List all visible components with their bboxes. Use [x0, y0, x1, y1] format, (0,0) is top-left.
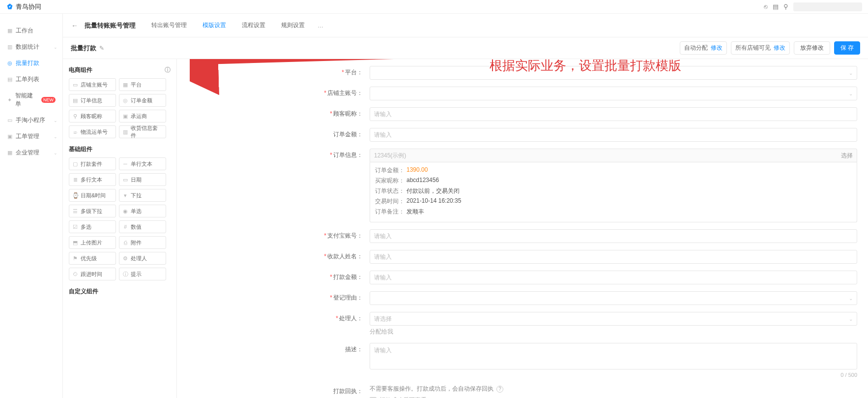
form-canvas: 根据实际业务，设置批量打款模版 *平台：⌄ *店铺主账号：⌄ *顾客昵称： 订单…: [177, 59, 868, 398]
pay-amount-input[interactable]: [370, 271, 857, 284]
order-info-select[interactable]: 选择: [841, 152, 853, 160]
component-icon: ⌚: [72, 192, 78, 199]
user-menu[interactable]: [793, 2, 862, 11]
chart-icon: ▥: [7, 44, 13, 50]
receipt-note: 不需要客服操作。打款成功后，会自动保存回执?: [370, 385, 857, 393]
palette-item[interactable]: ⚲顾客昵称: [69, 110, 116, 122]
desc-textarea[interactable]: [370, 343, 857, 369]
palette-item-label: 单行文本: [131, 160, 152, 168]
sidebar-item-stats[interactable]: ▥数据统计⌄: [0, 39, 62, 55]
palette-item[interactable]: ◉单选: [119, 205, 166, 217]
palette-item[interactable]: ☰多级下拉: [69, 205, 116, 217]
tab-more[interactable]: …: [315, 22, 326, 29]
palette-item[interactable]: ⓘ提示: [119, 268, 166, 280]
edit-title-icon[interactable]: ✎: [99, 45, 104, 52]
payee-input[interactable]: [370, 250, 857, 264]
svg-line-0: [204, 59, 480, 61]
sidebar-label: 工单列表: [16, 75, 39, 84]
palette-item[interactable]: ⚙处理人: [119, 252, 166, 265]
shop-account-select[interactable]: ⌄: [370, 87, 857, 100]
sidebar-item-ticket-mgmt[interactable]: ▣工单管理⌄: [0, 128, 62, 145]
tool-row: 批量打款 ✎ 自动分配 修改 所有店铺可见 修改 放弃修改 保 存: [63, 37, 868, 59]
sidebar-item-enterprise[interactable]: ▦企业管理⌄: [0, 145, 62, 161]
visibility-pill: 所有店铺可见 修改: [731, 41, 790, 55]
palette-item[interactable]: ⎄物流运单号: [69, 125, 116, 138]
discard-button[interactable]: 放弃修改: [794, 41, 830, 55]
tab-template[interactable]: 模版设置: [197, 21, 232, 30]
handler-select[interactable]: 请选择⌄: [370, 312, 857, 326]
palette-item[interactable]: ▣承运商: [119, 110, 166, 122]
component-icon: ▾: [122, 192, 128, 199]
component-palette: 电商组件ⓘ ▭店铺主账号▦平台▤订单信息◎订单金额⚲顾客昵称▣承运商⎄物流运单号…: [63, 59, 177, 398]
palette-item[interactable]: ≣多行文本: [69, 173, 116, 186]
palette-item[interactable]: ▾下拉: [119, 189, 166, 202]
palette-item-label: 顾客昵称: [81, 113, 102, 120]
component-icon: ─: [122, 161, 128, 167]
sidebar-item-smart-ticket[interactable]: ✦智能建单NEW: [0, 88, 62, 112]
palette-item-label: 上传图片: [81, 239, 102, 246]
handler-helper[interactable]: 分配给我: [370, 328, 857, 336]
palette-item[interactable]: ─单行文本: [119, 157, 166, 170]
list-icon: ▤: [7, 77, 13, 83]
palette-item-label: 处理人: [131, 255, 147, 262]
palette-item[interactable]: ⌚日期&时间: [69, 189, 116, 202]
component-icon: ⬒: [72, 240, 78, 246]
order-amount-input[interactable]: [370, 128, 857, 142]
palette-item[interactable]: ⚑优先级: [69, 252, 116, 265]
palette-item[interactable]: ⬒上传图片: [69, 236, 116, 249]
sidebar-label: 手淘小程序: [16, 116, 45, 124]
sidebar-label: 工单管理: [16, 132, 39, 141]
headset-icon[interactable]: ⎋: [764, 3, 768, 10]
note-icon[interactable]: ▤: [773, 3, 779, 10]
palette-item[interactable]: ▭店铺主账号: [69, 78, 116, 91]
palette-item[interactable]: ▦平台: [119, 78, 166, 91]
chevron-down-icon: ⌄: [54, 45, 58, 50]
sidebar-label: 批量打款: [16, 59, 39, 67]
palette-item[interactable]: ▢打款套件: [69, 157, 116, 170]
info-icon[interactable]: ⓘ: [165, 66, 171, 74]
palette-item-label: 多行文本: [81, 176, 102, 184]
label-order-amount: 订单金额：: [333, 131, 363, 138]
palette-item[interactable]: ▭日期: [119, 173, 166, 186]
order-info-sample: 12345(示例): [374, 152, 406, 160]
component-icon: ⏲: [72, 271, 78, 277]
sidebar-label: 数据统计: [16, 43, 39, 51]
order-info-widget: 12345(示例)选择 订单金额：1390.00 买家昵称：abcd123456…: [370, 149, 857, 222]
help-icon[interactable]: ?: [496, 386, 503, 393]
palette-item[interactable]: ◎订单金额: [119, 94, 166, 107]
palette-section-custom: 自定义组件: [69, 287, 98, 296]
save-button[interactable]: 保 存: [834, 41, 860, 55]
palette-item[interactable]: #数值: [119, 220, 166, 233]
sidebar-item-miniapp[interactable]: ▭手淘小程序⌄: [0, 112, 62, 128]
sidebar-item-tickets[interactable]: ▤工单列表: [0, 71, 62, 88]
palette-item[interactable]: ⏲跟进时间: [69, 268, 116, 280]
label-platform: 平台：: [345, 69, 363, 76]
tab-process[interactable]: 流程设置: [236, 21, 271, 30]
chevron-down-icon: ⌄: [54, 134, 58, 139]
palette-item[interactable]: ☑多选: [69, 220, 116, 233]
palette-item[interactable]: ▥收货信息套件: [119, 125, 166, 138]
palette-item-label: 数值: [131, 223, 142, 231]
chevron-down-icon: ⌄: [54, 118, 58, 123]
sidebar-item-workbench[interactable]: ▦工作台: [0, 23, 62, 39]
label-handler: 处理人：: [339, 315, 363, 322]
nickname-input[interactable]: [370, 107, 857, 121]
back-icon[interactable]: ←: [69, 22, 81, 30]
palette-item[interactable]: ⎙附件: [119, 236, 166, 249]
auto-assign-edit[interactable]: 修改: [711, 44, 723, 52]
tab-transfer-account[interactable]: 转出账号管理: [145, 21, 193, 30]
reason-select[interactable]: ⌄: [370, 291, 857, 305]
chevron-down-icon: ⌄: [849, 91, 853, 96]
od-key-status: 订单状态：: [375, 187, 406, 195]
sidebar-item-batch-pay[interactable]: ◎批量打款: [0, 55, 62, 71]
user-icon[interactable]: ⚲: [783, 3, 788, 10]
visibility-edit[interactable]: 修改: [774, 44, 785, 52]
palette-item[interactable]: ▤订单信息: [69, 94, 116, 107]
tab-rule[interactable]: 规则设置: [275, 21, 311, 30]
component-icon: ☰: [72, 208, 78, 214]
app-logo: 青鸟协同: [6, 2, 41, 11]
platform-select[interactable]: ⌄: [370, 66, 857, 80]
component-icon: ◎: [122, 97, 128, 104]
receipt-sub-text: 打款成功后可查看: [379, 396, 427, 398]
alipay-input[interactable]: [370, 229, 857, 243]
